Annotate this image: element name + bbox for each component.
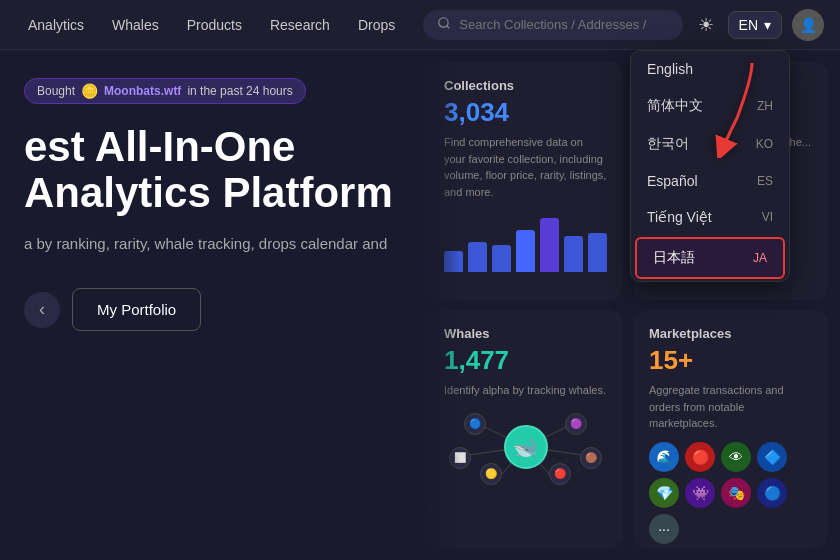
nav-item-analytics[interactable]: Analytics [16,11,96,39]
user-avatar-button[interactable]: 👤 [792,9,824,41]
lang-option-ko[interactable]: 한국어 KO [631,125,789,163]
hero-buttons: ‹ My Portfolio [24,288,420,331]
marketplace-icon-rare: 🔴 [685,442,715,472]
theme-toggle-button[interactable]: ☀ [694,10,718,40]
marketplaces-card-number: 15+ [649,345,812,376]
collections-card: Collections 3,034 Find comprehensive dat… [428,62,623,300]
lang-vi-code: VI [762,210,773,224]
marketplace-icon-x2y2: 🔷 [757,442,787,472]
lang-option-en[interactable]: English [631,51,789,87]
marketplaces-card-title: Marketplaces [649,326,812,341]
lang-ko-label: 한국어 [647,135,689,153]
lang-es-label: Español [647,173,698,189]
hero-subtitle: a by ranking, rarity, whale tracking, dr… [24,232,404,256]
badge-prefix: Bought [37,84,75,98]
collections-card-number: 3,034 [444,97,607,128]
marketplace-icon-other1: 👾 [685,478,715,508]
lang-ko-code: KO [756,137,773,151]
whale-network-visual: 🐋 🔵 🟣 ⬜ 🟤 🟡 🔴 [444,407,607,487]
badge-coin-icon: 🪙 [81,83,98,99]
marketplaces-card: Marketplaces 15+ Aggregate transactions … [633,310,828,548]
svg-line-1 [447,25,450,28]
marketplaces-card-desc: Aggregate transactions and orders from n… [649,382,812,432]
lang-option-vi[interactable]: Tiếng Việt VI [631,199,789,235]
bar-3 [492,245,511,272]
whales-card-title: Whales [444,326,607,341]
marketplace-icons-grid: 🌊 🔴 👁 🔷 💎 👾 🎭 🔵 ··· [649,442,812,544]
user-icon: 👤 [800,17,817,33]
lang-ja-code: JA [753,251,767,265]
whale-node-5: 🟡 [480,463,502,485]
whales-card: Whales 1,477 Identify alpha by tracking … [428,310,623,548]
nav-item-research[interactable]: Research [258,11,342,39]
nav-item-whales[interactable]: Whales [100,11,171,39]
navbar: Analytics Whales Products Research Drops… [0,0,840,50]
marketplace-icon-looks: 👁 [721,442,751,472]
language-dropdown: English 简体中文 ZH 한국어 KO Español ES Tiếng … [630,50,790,282]
hero-badge: Bought 🪙 Moonbats.wtf in the past 24 hou… [24,78,306,104]
nav-item-drops[interactable]: Drops [346,11,407,39]
whale-node-1: 🔵 [464,413,486,435]
nav-right: ☀ EN ▾ 👤 [694,9,824,41]
search-icon [437,16,451,34]
lang-vi-label: Tiếng Việt [647,209,712,225]
collections-bar-chart [444,212,607,272]
bar-6 [564,236,583,272]
whales-card-desc: Identify alpha by tracking whales. [444,382,607,399]
marketplace-icon-more: ··· [649,514,679,544]
badge-suffix: in the past 24 hours [187,84,292,98]
marketplace-icon-gem: 💎 [649,478,679,508]
bar-7 [588,233,607,272]
whales-card-number: 1,477 [444,345,607,376]
lang-en-label: English [647,61,693,77]
hero-title-line1: est All-In-One [24,124,420,170]
whale-node-3: ⬜ [449,447,471,469]
collections-card-title: Collections [444,78,607,93]
whale-node-4: 🟤 [580,447,602,469]
lang-es-code: ES [757,174,773,188]
bar-4 [516,230,535,272]
svg-point-0 [439,17,448,26]
hero-section: Bought 🪙 Moonbats.wtf in the past 24 hou… [0,50,420,560]
lang-label: EN [739,17,758,33]
search-input[interactable] [459,17,669,32]
chevron-down-icon: ▾ [764,17,771,33]
search-bar[interactable] [423,10,683,40]
lang-option-es[interactable]: Español ES [631,163,789,199]
marketplace-icon-opensea: 🌊 [649,442,679,472]
nav-item-products[interactable]: Products [175,11,254,39]
lang-zh-code: ZH [757,99,773,113]
bar-1 [444,251,463,272]
lang-option-ja[interactable]: 日本語 JA [635,237,785,279]
prev-slide-button[interactable]: ‹ [24,292,60,328]
bar-5 [540,218,559,272]
lang-ja-label: 日本語 [653,249,695,267]
bar-2 [468,242,487,272]
lang-zh-label: 简体中文 [647,97,703,115]
marketplace-icon-other2: 🎭 [721,478,751,508]
hero-title-line2: Analytics Platform [24,170,420,216]
whale-center-icon: 🐋 [504,425,548,469]
language-selector-button[interactable]: EN ▾ [728,11,782,39]
collections-card-desc: Find comprehensive data on your favorite… [444,134,607,200]
hero-title: est All-In-One Analytics Platform [24,124,420,216]
badge-link[interactable]: Moonbats.wtf [104,84,181,98]
portfolio-button[interactable]: My Portfolio [72,288,201,331]
lang-option-zh[interactable]: 简体中文 ZH [631,87,789,125]
nav-links: Analytics Whales Products Research Drops [16,11,407,39]
marketplace-icon-other3: 🔵 [757,478,787,508]
whale-node-6: 🔴 [549,463,571,485]
